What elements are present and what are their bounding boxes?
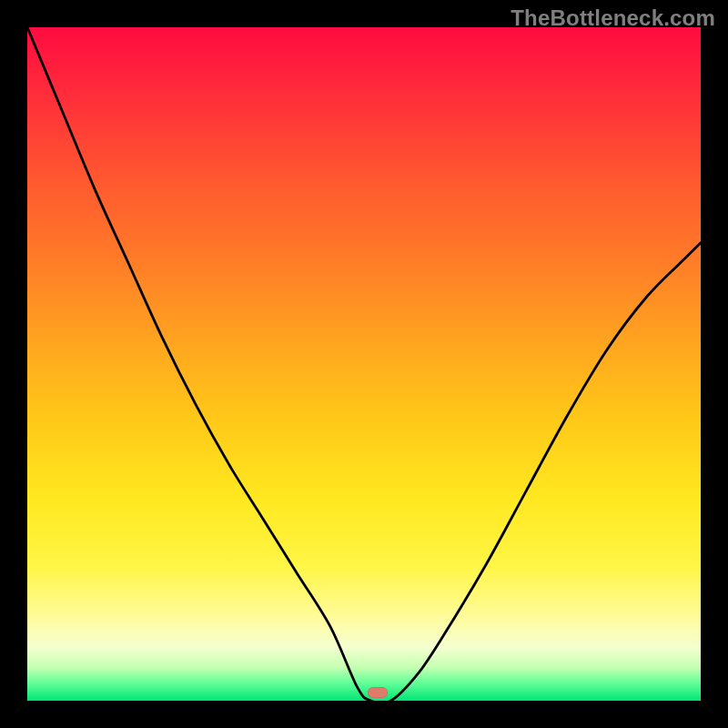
watermark-text: TheBottleneck.com [511,5,715,31]
plot-area [27,27,701,701]
optimum-marker [368,687,388,698]
bottleneck-curve-path [27,27,701,701]
curve-svg [27,27,701,701]
chart-frame: TheBottleneck.com [0,0,728,728]
